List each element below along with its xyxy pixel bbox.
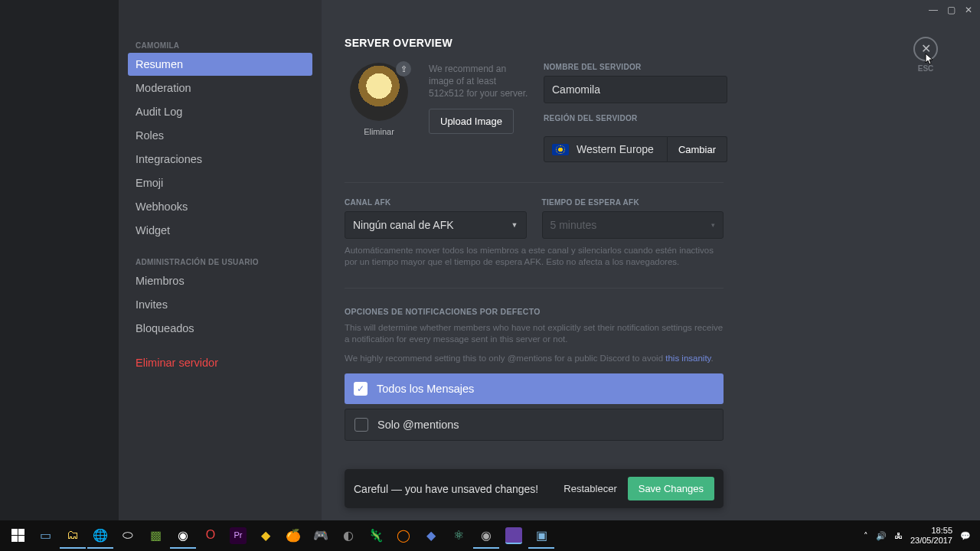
sidebar-item-bloqueados[interactable]: Bloqueados [128,317,312,340]
unsaved-changes-bar: Careful — you have unsaved changes! Rest… [345,469,724,508]
network-icon[interactable]: 🖧 [894,531,903,540]
steam-icon[interactable]: ◐ [335,523,361,549]
window-minimize[interactable]: — [929,5,938,15]
notification-option-all[interactable]: ✓ Todos los Mensajes [345,373,724,404]
window-maximize[interactable]: ▢ [947,5,956,15]
sidebar-category-user-admin: ADMINISTRACIÓN DE USUARIO [128,253,312,269]
option-mentions-label: Solo @mentions [377,419,459,431]
checkbox-unchecked-icon [354,418,368,432]
upload-image-button[interactable]: Upload Image [429,109,514,134]
divider [345,288,724,289]
clock[interactable]: 18:55 23/05/2017 [910,526,952,546]
eu-flag-icon [552,144,569,155]
upload-indicator-icon: ⇪ [396,61,411,77]
taskbar-app-icon[interactable]: ◆ [418,523,444,549]
taskbar-app-icon[interactable]: 🍊 [280,523,306,549]
region-display: Western Europe [544,136,668,162]
action-center-icon[interactable]: 💬 [960,531,971,541]
esc-label: ESC [913,64,938,73]
sidebar-item-webhooks[interactable]: Webhooks [128,195,312,218]
close-settings-button[interactable]: ✕ [913,37,938,61]
sidebar-item-miembros[interactable]: Miembros [128,269,312,292]
premiere-icon[interactable]: Pr [230,527,247,544]
unsaved-text: Careful — you have unsaved changes! [354,483,553,495]
afk-channel-value: Ningún canal de AFK [353,219,454,231]
remove-avatar-link[interactable]: Eliminar [345,127,413,136]
taskbar-app-icon[interactable]: ◯ [390,523,416,549]
egg-icon[interactable]: ⬭ [115,523,141,549]
obs-icon[interactable]: ◉ [170,523,196,549]
taskview-icon[interactable]: ▭ [32,523,58,549]
windows-taskbar: ▭ 🗂 🌐 ⬭ ▩ ◉ O Pr ◆ 🍊 🎮 ◐ 🦎 ◯ ◆ ⚛ ◉ ▣ ˄ 🔊… [0,520,980,551]
sidebar-item-integraciones[interactable]: Integraciones [128,148,312,171]
save-changes-button[interactable]: Save Changes [628,477,714,500]
this-insanity-link[interactable]: this insanity [665,354,710,363]
taskbar-app-icon[interactable]: ◉ [473,523,499,549]
afk-timeout-label: TIEMPO DE ESPERA AFK [542,198,724,207]
atom-icon[interactable]: ⚛ [446,523,472,549]
afk-timeout-value: 5 minutes [550,219,597,231]
sidebar-item-resumen[interactable]: Resumen [128,53,312,76]
region-name: Western Europe [577,143,654,155]
divider [345,182,724,183]
checkbox-checked-icon: ✓ [354,382,368,396]
reset-button[interactable]: Restablecer [553,477,627,500]
notification-option-mentions[interactable]: Solo @mentions [345,409,724,441]
sidebar-item-invites[interactable]: Invites [128,293,312,316]
afk-help-text: Automáticamente mover todos los miembros… [345,245,724,268]
notifications-title: OPCIONES DE NOTIFICACIONES POR DEFECTO [345,307,949,316]
chevron-down-icon: ▼ [511,221,518,229]
taskbar-app-icon[interactable]: 🦎 [363,523,389,549]
page-title: SERVER OVERVIEW [345,37,949,49]
afk-channel-label: CANAL AFK [345,198,527,207]
sidebar-item-emoji[interactable]: Emoji [128,171,312,194]
chrome-icon[interactable]: 🌐 [87,523,113,549]
tray-up-icon[interactable]: ˄ [864,531,868,541]
chevron-down-icon: ▾ [711,221,715,229]
sidebar-item-widget[interactable]: Widget [128,219,312,242]
taskbar-app-icon[interactable]: 🎮 [308,523,334,549]
sidebar-item-delete-server[interactable]: Eliminar servidor [128,351,312,374]
photos-icon[interactable]: ▣ [528,523,554,549]
taskbar-app-icon[interactable]: ◆ [253,523,279,549]
server-name-label: NOMBRE DEL SERVIDOR [544,63,727,71]
settings-sidebar: CAMOMILA Resumen Moderation Audit Log Ro… [119,0,322,520]
change-region-button[interactable]: Cambiar [668,136,727,162]
file-explorer-icon[interactable]: 🗂 [60,523,86,549]
option-all-label: Todos los Mensajes [377,383,474,395]
server-region-label: REGIÓN DEL SERVIDOR [544,114,727,122]
sidebar-item-roles[interactable]: Roles [128,124,312,147]
avatar-recommend-text: We recommend an image of at least 512x51… [429,63,528,99]
server-name-input[interactable] [544,76,727,103]
opera-icon[interactable]: O [198,523,224,549]
settings-content: ✕ ESC SERVER OVERVIEW ⇪ Eliminar We reco… [322,0,980,520]
volume-icon[interactable]: 🔊 [876,531,887,541]
afk-timeout-select[interactable]: 5 minutes ▾ [542,211,724,239]
start-button[interactable] [5,523,31,549]
server-avatar[interactable]: ⇪ [350,63,408,121]
sidebar-category-server: CAMOMILA [128,37,312,53]
minecraft-icon[interactable]: ▩ [142,523,168,549]
notifications-help-1: This will determine whether members who … [345,322,724,345]
sidebar-item-moderation[interactable]: Moderation [128,77,312,99]
window-close[interactable]: ✕ [965,5,972,15]
twitch-icon[interactable] [505,527,522,544]
afk-channel-select[interactable]: Ningún canal de AFK ▼ [345,211,527,239]
sidebar-item-audit-log[interactable]: Audit Log [128,100,312,123]
notifications-help-2: We highly recommend setting this to only… [345,353,724,364]
